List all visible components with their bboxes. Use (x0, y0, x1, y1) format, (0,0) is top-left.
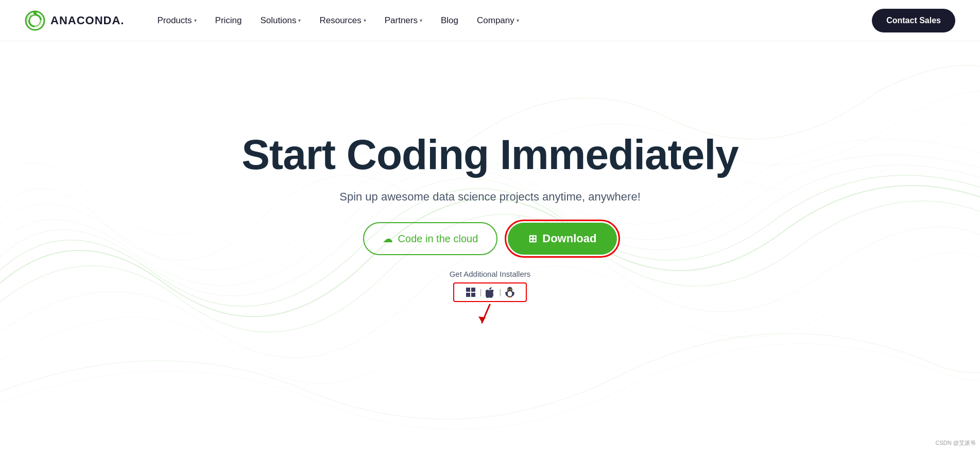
nav-links: Products ▾ Pricing Solutions ▾ Resources… (149, 11, 872, 30)
svg-rect-3 (466, 288, 470, 292)
hero-content: Start Coding Immediately Spin up awesome… (242, 131, 738, 330)
anaconda-logo-icon (25, 10, 45, 31)
resources-chevron-icon: ▾ (364, 18, 366, 23)
red-arrow-svg (474, 302, 505, 328)
cloud-icon: ☁ (383, 232, 393, 245)
download-button[interactable]: ⊞ Download (508, 223, 617, 255)
svg-rect-5 (466, 293, 470, 297)
contact-sales-button[interactable]: Contact Sales (872, 9, 955, 32)
code-in-cloud-button[interactable]: ☁ Code in the cloud (363, 222, 498, 255)
svg-point-12 (508, 289, 509, 290)
svg-rect-4 (471, 288, 475, 292)
logo-text: ANACONDA. (50, 14, 124, 27)
nav-item-solutions[interactable]: Solutions ▾ (252, 11, 310, 30)
watermark: CSDN @艾派爷 (936, 439, 976, 447)
hero-buttons: ☁ Code in the cloud ⊞ Download (363, 222, 617, 255)
svg-point-9 (508, 291, 512, 296)
solutions-chevron-icon: ▾ (298, 18, 301, 23)
svg-rect-6 (471, 293, 475, 297)
nav-item-blog[interactable]: Blog (433, 11, 467, 30)
installer-icons-box[interactable]: | | (453, 282, 527, 302)
apple-installer-icon[interactable] (482, 287, 499, 298)
nav-item-partners[interactable]: Partners ▾ (376, 11, 431, 30)
company-chevron-icon: ▾ (517, 18, 519, 23)
svg-marker-20 (478, 316, 486, 323)
linux-installer-icon[interactable] (501, 287, 519, 298)
svg-rect-16 (510, 297, 512, 298)
windows-installer-icon[interactable] (461, 287, 480, 297)
additional-installers-label: Get Additional Installers (450, 270, 531, 278)
additional-installers: Get Additional Installers | (450, 270, 531, 330)
red-arrow-annotation (474, 302, 505, 330)
hero-subtitle: Spin up awesome data science projects an… (339, 190, 641, 204)
nav-item-pricing[interactable]: Pricing (207, 11, 250, 30)
nav-item-resources[interactable]: Resources ▾ (311, 11, 374, 30)
logo-area[interactable]: ANACONDA. (25, 10, 124, 31)
products-chevron-icon: ▾ (194, 18, 197, 23)
hero-title: Start Coding Immediately (242, 131, 738, 178)
nav-item-products[interactable]: Products ▾ (149, 11, 204, 30)
svg-point-13 (511, 289, 511, 290)
navbar: ANACONDA. Products ▾ Pricing Solutions ▾… (0, 0, 980, 41)
nav-cta: Contact Sales (872, 9, 955, 32)
hero-section: Start Coding Immediately Spin up awesome… (0, 41, 980, 451)
windows-icon: ⊞ (528, 232, 537, 245)
nav-item-company[interactable]: Company ▾ (469, 11, 527, 30)
partners-chevron-icon: ▾ (420, 18, 422, 23)
svg-rect-15 (508, 297, 510, 298)
